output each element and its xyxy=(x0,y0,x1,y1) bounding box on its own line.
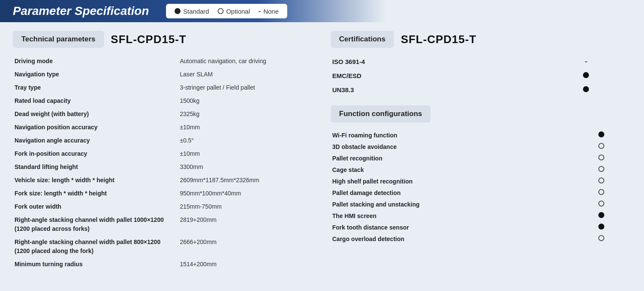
param-label: Dead weight (with battery) xyxy=(13,108,178,121)
func-row: Cargo overload detection xyxy=(331,233,632,244)
param-label: Fork in-position accuracy xyxy=(13,147,178,160)
empty-dot-icon xyxy=(598,201,604,207)
cert-row: ISO 3691-4- xyxy=(331,55,632,69)
func-row: Cage stack xyxy=(331,164,632,175)
func-row: Pallet damage detection xyxy=(331,187,632,198)
func-row: Fork tooth distance sensor xyxy=(331,221,632,233)
func-label: Pallet stacking and unstacking xyxy=(331,198,571,210)
func-label: Cage stack xyxy=(331,164,571,175)
func-value xyxy=(571,233,631,244)
func-label: High shelf pallet recognition xyxy=(331,175,571,187)
func-label: Fork tooth distance sensor xyxy=(331,221,571,233)
cert-label: Certifications xyxy=(331,31,394,48)
func-value xyxy=(571,210,631,221)
param-label: Minimum turning radius xyxy=(13,258,178,271)
param-label: Right-angle stacking channel width palle… xyxy=(13,236,178,258)
filled-dot-icon xyxy=(598,131,604,137)
param-label: Right-angle stacking channel width palle… xyxy=(13,213,178,236)
func-value xyxy=(571,198,631,210)
right-panel: Certifications SFL-CPD15-T ISO 3691-4-EM… xyxy=(331,31,632,271)
table-row: Vehicle size: length * width * height260… xyxy=(13,174,314,187)
none-dash: - xyxy=(585,57,587,66)
page-header: Parameter Specification Standard Optiona… xyxy=(0,0,644,22)
table-row: Tray type3-stringer pallet / Field palle… xyxy=(13,81,314,94)
empty-dot-icon xyxy=(598,166,604,172)
legend-box: Standard Optional - None xyxy=(166,4,287,18)
param-value: 215mm-750mm xyxy=(178,200,313,213)
table-row: Rated load capacity1500kg xyxy=(13,94,314,108)
table-row: Dead weight (with battery)2325kg xyxy=(13,108,314,121)
param-label: Navigation type xyxy=(13,68,178,81)
filled-dot-icon xyxy=(583,86,589,92)
filled-dot-icon xyxy=(583,72,589,78)
param-label: Navigation angle accuracy xyxy=(13,134,178,147)
empty-dot-icon xyxy=(598,178,604,183)
param-value: ±10mm xyxy=(178,121,313,134)
param-value: Automatic navigation, car driving xyxy=(178,55,313,68)
table-row: Right-angle stacking channel width palle… xyxy=(13,213,314,236)
func-label: The HMI screen xyxy=(331,210,571,221)
table-row: Minimum turning radius1514+200mm xyxy=(13,258,314,271)
legend-standard: Standard xyxy=(175,8,209,15)
empty-dot-icon xyxy=(598,143,604,149)
param-label: Driving mode xyxy=(13,55,178,68)
tech-params-model: SFL-CPD15-T xyxy=(111,33,186,46)
func-value xyxy=(571,141,631,152)
legend-optional: Optional xyxy=(218,8,250,15)
cert-value xyxy=(541,83,631,97)
param-label: Fork size: length * width * height xyxy=(13,187,178,200)
cert-label: EMC/ESD xyxy=(331,69,541,83)
page-title: Parameter Specification xyxy=(13,4,149,18)
empty-dot-icon xyxy=(598,235,604,241)
cert-value: - xyxy=(541,55,631,69)
cert-table: ISO 3691-4-EMC/ESDUN38.3 xyxy=(331,55,632,97)
func-row: High shelf pallet recognition xyxy=(331,175,632,187)
func-header: Function configurations xyxy=(331,105,632,122)
optional-label: Optional xyxy=(226,8,250,15)
cert-value xyxy=(541,69,631,83)
func-value xyxy=(571,221,631,233)
cert-label: UN38.3 xyxy=(331,83,541,97)
param-label: Vehicle size: length * width * height xyxy=(13,174,178,187)
func-value xyxy=(571,129,631,141)
optional-dot-icon xyxy=(218,8,224,14)
param-value: 950mm*100mm*40mm xyxy=(178,187,313,200)
func-table: Wi-Fi roaming function3D obstacle avoida… xyxy=(331,129,632,244)
param-label: Standard lifting height xyxy=(13,160,178,174)
table-row: Navigation position accuracy±10mm xyxy=(13,121,314,134)
param-label: Navigation position accuracy xyxy=(13,121,178,134)
param-label: Tray type xyxy=(13,81,178,94)
param-value: 2666+200mm xyxy=(178,236,313,258)
func-value xyxy=(571,152,631,164)
param-value: ±10mm xyxy=(178,147,313,160)
func-value xyxy=(571,187,631,198)
func-label: Cargo overload detection xyxy=(331,233,571,244)
cert-header: Certifications SFL-CPD15-T xyxy=(331,31,632,48)
table-row: Navigation angle accuracy±0.5° xyxy=(13,134,314,147)
left-panel: Technical parameters SFL-CPD15-T Driving… xyxy=(13,31,314,271)
table-row: Driving modeAutomatic navigation, car dr… xyxy=(13,55,314,68)
empty-dot-icon xyxy=(598,154,604,160)
func-label: Function configurations xyxy=(331,105,431,122)
param-value: 3300mm xyxy=(178,160,313,174)
table-row: Right-angle stacking channel width palle… xyxy=(13,236,314,258)
empty-dot-icon xyxy=(598,189,604,195)
param-value: Laser SLAM xyxy=(178,68,313,81)
func-label: Pallet recognition xyxy=(331,152,571,164)
func-row: Pallet recognition xyxy=(331,152,632,164)
params-table: Driving modeAutomatic navigation, car dr… xyxy=(13,55,314,271)
param-label: Fork outer width xyxy=(13,200,178,213)
cert-label: ISO 3691-4 xyxy=(331,55,541,69)
func-row: The HMI screen xyxy=(331,210,632,221)
func-value xyxy=(571,164,631,175)
cert-model: SFL-CPD15-T xyxy=(401,33,476,46)
param-value: 2609mm*1187.5mm*2326mm xyxy=(178,174,313,187)
main-content: Technical parameters SFL-CPD15-T Driving… xyxy=(0,22,644,279)
filled-dot-icon xyxy=(598,212,604,218)
tech-params-header: Technical parameters SFL-CPD15-T xyxy=(13,31,314,48)
filled-dot-icon xyxy=(598,224,604,230)
table-row: Navigation typeLaser SLAM xyxy=(13,68,314,81)
standard-label: Standard xyxy=(183,8,209,15)
standard-dot-icon xyxy=(175,8,181,14)
tech-params-label: Technical parameters xyxy=(13,31,104,48)
